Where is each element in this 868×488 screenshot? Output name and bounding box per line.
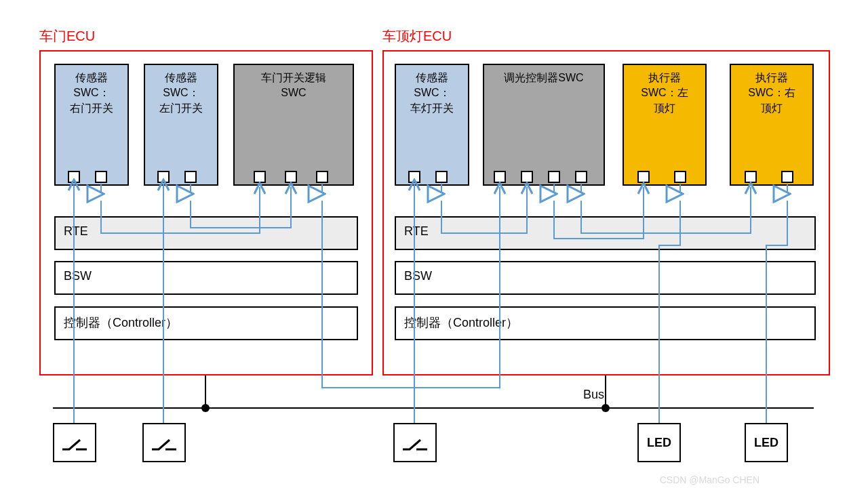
ecu2-controller: 控制器（Controller） xyxy=(395,306,816,340)
switch-icon xyxy=(151,434,178,451)
swc-lamp-switch: 传感器 SWC： 车灯开关 xyxy=(395,64,469,186)
ecu2-rte: RTE xyxy=(395,216,816,250)
port xyxy=(68,171,80,183)
port xyxy=(575,171,587,183)
swc-left-lamp: 执行器 SWC：左 顶灯 xyxy=(623,64,707,186)
port xyxy=(674,171,686,183)
port xyxy=(521,171,533,183)
port xyxy=(184,171,197,183)
svg-point-2 xyxy=(201,404,210,412)
watermark: CSDN @ManGo CHEN xyxy=(660,474,760,485)
ecu2-title: 车顶灯ECU xyxy=(382,27,452,45)
swc-dimmer: 调光控制器SWC xyxy=(483,64,605,186)
led-device-1: LED xyxy=(637,423,681,462)
switch-device-3 xyxy=(393,423,437,462)
ecu1-rte: RTE xyxy=(54,216,358,250)
swc-right-lamp: 执行器 SWC：右 顶灯 xyxy=(730,64,814,186)
port xyxy=(408,171,420,183)
bus-label: Bus xyxy=(583,388,604,402)
ecu1-controller: 控制器（Controller） xyxy=(54,306,358,340)
port xyxy=(285,171,297,183)
port xyxy=(157,171,170,183)
switch-device-2 xyxy=(142,423,186,462)
port xyxy=(435,171,448,183)
swc-right-door: 传感器 SWC： 右门开关 xyxy=(54,64,129,186)
port xyxy=(548,171,560,183)
swc-door-logic: 车门开关逻辑 SWC xyxy=(233,64,354,186)
led-device-2: LED xyxy=(745,423,788,462)
port xyxy=(254,171,266,183)
switch-icon xyxy=(401,434,429,451)
ecu1-bsw: BSW xyxy=(54,261,358,295)
svg-point-4 xyxy=(601,404,610,412)
switch-icon xyxy=(61,434,88,451)
ecu1-title: 车门ECU xyxy=(39,27,95,45)
swc-left-door: 传感器 SWC： 左门开关 xyxy=(144,64,218,186)
port xyxy=(95,171,107,183)
ecu2-bsw: BSW xyxy=(395,261,816,295)
port xyxy=(316,171,328,183)
port xyxy=(494,171,506,183)
port xyxy=(781,171,793,183)
port xyxy=(745,171,757,183)
port xyxy=(637,171,650,183)
switch-device-1 xyxy=(53,423,96,462)
